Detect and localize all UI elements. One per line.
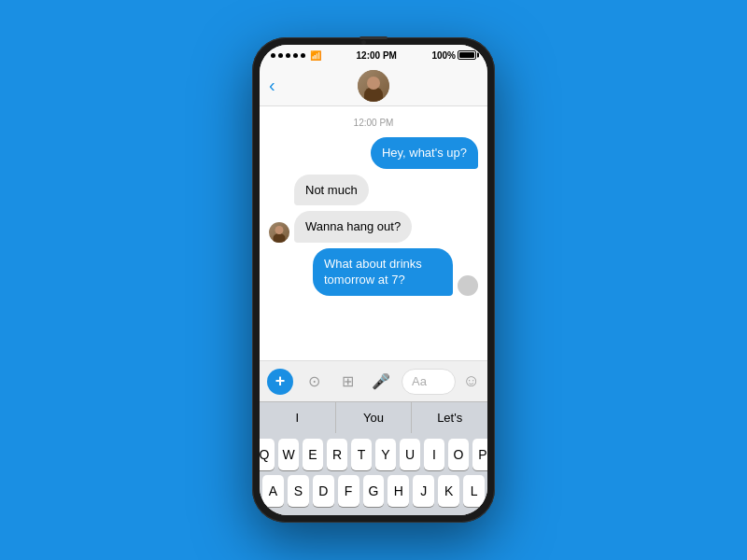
battery-icon (458, 50, 476, 60)
phone-frame: 📶 12:00 PM 100% ‹ 12:00 PM Hey, w (252, 37, 495, 523)
key-o[interactable]: O (448, 439, 469, 470)
emoji-icon: ☺ (463, 371, 480, 390)
camera-button[interactable]: ⊙ (301, 369, 327, 395)
input-toolbar: + ⊙ ⊞ 🎤 Aa ☺ (260, 360, 487, 401)
key-row-1: Q W E R T Y U I O P (262, 439, 485, 470)
key-s[interactable]: S (288, 475, 309, 507)
wifi-icon: 📶 (310, 50, 321, 61)
suggestion-3[interactable]: Let's (412, 402, 487, 433)
battery-area: 100% (431, 50, 476, 61)
message-row-2: Not much (269, 175, 478, 206)
key-w[interactable]: W (278, 439, 299, 470)
battery-percent: 100% (431, 50, 456, 61)
bubble-outgoing-1: Hey, what's up? (371, 137, 478, 169)
key-h[interactable]: H (388, 475, 409, 507)
phone-screen: 📶 12:00 PM 100% ‹ 12:00 PM Hey, w (260, 45, 487, 515)
chat-timestamp: 12:00 PM (269, 118, 478, 128)
photo-icon: ⊞ (342, 372, 354, 390)
key-row-2: A S D F G H J K L (262, 475, 485, 507)
signal-dot-1 (271, 53, 275, 58)
signal-dot-2 (278, 53, 283, 58)
key-i[interactable]: I (424, 439, 444, 470)
bubble-incoming-2: Not much (294, 175, 369, 206)
key-q[interactable]: Q (260, 439, 275, 470)
key-a[interactable]: A (262, 475, 284, 507)
key-k[interactable]: K (438, 475, 459, 507)
avatar-face (358, 70, 389, 102)
bubble-text-2: Not much (305, 183, 358, 197)
suggestion-2[interactable]: You (336, 402, 413, 433)
key-g[interactable]: G (363, 475, 385, 507)
keyboard: Q W E R T Y U I O P A S D F G H J K L (260, 433, 487, 515)
status-time: 12:00 PM (357, 50, 397, 61)
camera-icon: ⊙ (308, 372, 320, 390)
contact-avatar-small (269, 222, 289, 243)
word-suggestions-bar: I You Let's (260, 401, 487, 433)
bubble-text-4: What about drinks tomorrow at 7? (324, 257, 422, 287)
status-left: 📶 (271, 50, 321, 61)
signal-dot-4 (293, 53, 298, 58)
key-d[interactable]: D (313, 475, 334, 507)
key-j[interactable]: J (413, 475, 434, 507)
speaker-grill (359, 36, 388, 39)
key-r[interactable]: R (327, 439, 347, 470)
key-l[interactable]: L (463, 475, 485, 507)
plus-button[interactable]: + (267, 369, 293, 395)
photo-button[interactable]: ⊞ (334, 369, 360, 395)
signal-dot-5 (301, 53, 305, 58)
signal-dot-3 (286, 53, 290, 58)
chat-area: 12:00 PM Hey, what's up? Not much Wanna … (260, 106, 487, 360)
message-row-3: Wanna hang out? (269, 211, 478, 243)
contact-avatar[interactable] (358, 70, 389, 102)
mic-icon: 🎤 (372, 372, 390, 390)
status-bar: 📶 12:00 PM 100% (260, 45, 487, 65)
nav-bar: ‹ (260, 65, 487, 106)
battery-fill (459, 52, 474, 58)
key-t[interactable]: T (351, 439, 372, 470)
mic-button[interactable]: 🎤 (368, 369, 394, 395)
bubble-text-3: Wanna hang out? (305, 219, 401, 233)
key-p[interactable]: P (472, 439, 487, 470)
key-e[interactable]: E (303, 439, 323, 470)
key-y[interactable]: Y (375, 439, 396, 470)
suggestion-1[interactable]: I (260, 402, 336, 433)
message-row-4: What about drinks tomorrow at 7? (269, 248, 478, 296)
bubble-incoming-3: Wanna hang out? (294, 211, 412, 243)
message-input[interactable]: Aa (402, 369, 456, 395)
plus-icon: + (275, 371, 286, 391)
emoji-button[interactable]: ☺ (463, 371, 480, 391)
back-button[interactable]: ‹ (269, 75, 275, 96)
bubble-text-1: Hey, what's up? (382, 146, 467, 160)
bubble-outgoing-4: What about drinks tomorrow at 7? (313, 248, 453, 296)
input-placeholder: Aa (412, 374, 427, 388)
self-avatar-small (458, 275, 478, 296)
key-u[interactable]: U (400, 439, 420, 470)
message-row-1: Hey, what's up? (269, 137, 478, 169)
key-f[interactable]: F (338, 475, 359, 507)
